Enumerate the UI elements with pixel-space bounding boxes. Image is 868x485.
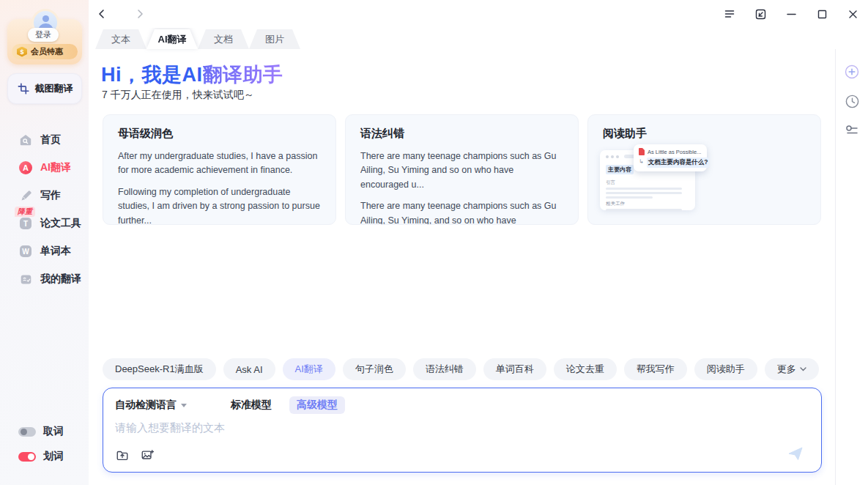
- minimize-icon[interactable]: [782, 4, 801, 23]
- reading-preview-tooltip: As Little as Possible... ↳ 文档主要内容是什么?: [634, 144, 707, 171]
- tab-image[interactable]: 图片: [249, 29, 300, 49]
- key-icon[interactable]: [842, 121, 861, 140]
- page-title: Hi，我是AI翻译助手: [101, 62, 283, 88]
- sidebar-item-wordbook[interactable]: W 单词本: [0, 242, 89, 261]
- sidebar-nav: 首页 A AI翻译 写作 降重 T 论文工具: [0, 130, 89, 297]
- word-capture-row: 取词: [0, 423, 89, 440]
- quick-action-chips: DeepSeek-R1满血版 Ask AI AI翻译 句子润色 语法纠错 单词百…: [103, 358, 819, 380]
- card-grammar[interactable]: 语法纠错 There are many teenage champions su…: [345, 114, 579, 225]
- language-selector-label: 自动检测语言: [115, 399, 177, 412]
- translate-input-panel: 自动检测语言 标准模型 高级模型: [103, 388, 822, 473]
- chip-ai-translate[interactable]: AI翻译: [283, 358, 335, 380]
- chip-sentence-polish[interactable]: 句子润色: [343, 358, 406, 380]
- screenshot-translate-button[interactable]: 截图翻译: [7, 73, 82, 104]
- page-subtitle: 7 千万人正在使用，快来试试吧～: [102, 89, 254, 102]
- preview-doc-heading: 主要内容: [606, 165, 634, 174]
- card-polish[interactable]: 母语级润色 After my undergraduate studies, I …: [103, 114, 336, 225]
- tab-text[interactable]: 文本: [95, 29, 146, 49]
- chip-help-write[interactable]: 帮我写作: [624, 358, 687, 380]
- ai-translate-icon: A: [19, 161, 32, 174]
- mini-window-icon[interactable]: [751, 4, 770, 23]
- sidebar-item-label: AI翻译: [40, 161, 71, 174]
- forward-arrow-icon[interactable]: [132, 6, 148, 22]
- reply-arrow-icon: ↳: [639, 158, 644, 165]
- title-bar: [0, 0, 868, 28]
- word-select-toggle[interactable]: [18, 452, 36, 462]
- new-session-icon[interactable]: [842, 62, 861, 81]
- chip-grammar-check[interactable]: 语法纠错: [413, 358, 476, 380]
- sidebar-item-label: 单词本: [40, 245, 71, 258]
- crop-icon: [17, 82, 30, 95]
- chip-more[interactable]: 更多: [765, 358, 819, 380]
- paper-tools-badge: 降重: [15, 207, 35, 217]
- sidebar-toggles: 取词 划词: [0, 423, 89, 473]
- maximize-icon[interactable]: [812, 4, 831, 23]
- close-icon[interactable]: [843, 4, 862, 23]
- paper-tools-icon: T: [19, 217, 32, 230]
- card-title: 语法纠错: [360, 127, 563, 141]
- vip-badge-icon: $: [17, 47, 27, 57]
- standard-model-button[interactable]: 标准模型: [223, 396, 279, 414]
- home-icon: [19, 133, 32, 147]
- preview-pdf-title: As Little as Possible...: [648, 149, 701, 155]
- preview-doc-section: 引言: [606, 179, 689, 186]
- right-rail: [835, 49, 868, 485]
- sidebar-item-my-translations[interactable]: 我的翻译: [0, 270, 89, 289]
- feature-cards: 母语级润色 After my undergraduate studies, I …: [103, 114, 821, 225]
- sidebar-item-label: 我的翻译: [40, 273, 81, 286]
- card-paragraph: There are many teenage champions such as…: [360, 199, 563, 225]
- card-paragraph: After my undergraduate studies, I have a…: [118, 149, 321, 178]
- word-select-label: 划词: [43, 450, 64, 463]
- chip-reading-assistant[interactable]: 阅读助手: [694, 358, 757, 380]
- chip-ask-ai[interactable]: Ask AI: [223, 358, 275, 380]
- login-button[interactable]: 登录: [28, 28, 59, 42]
- upload-image-icon[interactable]: [140, 448, 155, 462]
- chip-deepseek[interactable]: DeepSeek-R1满血版: [103, 358, 216, 380]
- advanced-model-button[interactable]: 高级模型: [289, 396, 345, 414]
- chip-word-wiki[interactable]: 单词百科: [483, 358, 546, 380]
- card-paragraph: Following my completion of undergraduate…: [118, 185, 321, 225]
- sidebar-item-home[interactable]: 首页: [0, 130, 89, 149]
- card-reading-assistant[interactable]: 阅读助手 主要内容 引言 相关工作 As Little as Possible.…: [587, 114, 821, 225]
- word-capture-label: 取词: [43, 425, 64, 438]
- chevron-down-icon: [800, 367, 806, 371]
- send-icon[interactable]: [786, 444, 805, 463]
- sidebar-item-label: 写作: [40, 189, 61, 202]
- preview-question: 文档主要内容是什么?: [647, 158, 710, 168]
- chip-more-label: 更多: [777, 363, 796, 376]
- preview-doc-section: 相关工作: [606, 201, 689, 207]
- sidebar-item-label: 首页: [40, 133, 61, 147]
- card-paragraph: There are many teenage champions such as…: [360, 149, 563, 192]
- language-selector[interactable]: 自动检测语言: [115, 399, 187, 412]
- sidebar: 登录 $ 会员特惠 截图翻译 首页 A AI翻译: [0, 0, 89, 485]
- card-title: 母语级润色: [118, 127, 321, 141]
- wordbook-icon: W: [19, 245, 32, 258]
- my-translations-icon: [19, 273, 32, 286]
- tab-document[interactable]: 文档: [198, 29, 249, 49]
- caret-down-icon: [181, 404, 187, 407]
- screenshot-translate-label: 截图翻译: [35, 82, 73, 95]
- word-select-row: 划词: [0, 448, 89, 464]
- translate-input[interactable]: [115, 421, 760, 446]
- app-window: 登录 $ 会员特惠 截图翻译 首页 A AI翻译: [0, 0, 868, 485]
- sidebar-item-label: 论文工具: [40, 217, 81, 230]
- sidebar-item-ai-translate[interactable]: A AI翻译: [0, 158, 89, 177]
- sidebar-item-paper-tools[interactable]: 降重 T 论文工具: [0, 214, 89, 233]
- vip-offer-label: 会员特惠: [31, 46, 63, 57]
- menu-icon[interactable]: [720, 4, 739, 23]
- vip-offer-button[interactable]: $ 会员特惠: [12, 44, 78, 59]
- pdf-icon: [639, 148, 645, 155]
- tab-strip: 文本 AI翻译 文档 图片: [95, 29, 300, 49]
- tab-ai-translate[interactable]: AI翻译: [146, 29, 198, 49]
- pen-icon: [19, 189, 32, 202]
- card-title: 阅读助手: [603, 127, 806, 141]
- back-arrow-icon[interactable]: [94, 6, 110, 22]
- word-capture-toggle[interactable]: [18, 427, 36, 437]
- history-clock-icon[interactable]: [842, 92, 861, 111]
- sidebar-item-writing[interactable]: 写作: [0, 186, 89, 205]
- upload-file-icon[interactable]: [115, 448, 130, 462]
- chip-paper-dedup[interactable]: 论文去重: [554, 358, 617, 380]
